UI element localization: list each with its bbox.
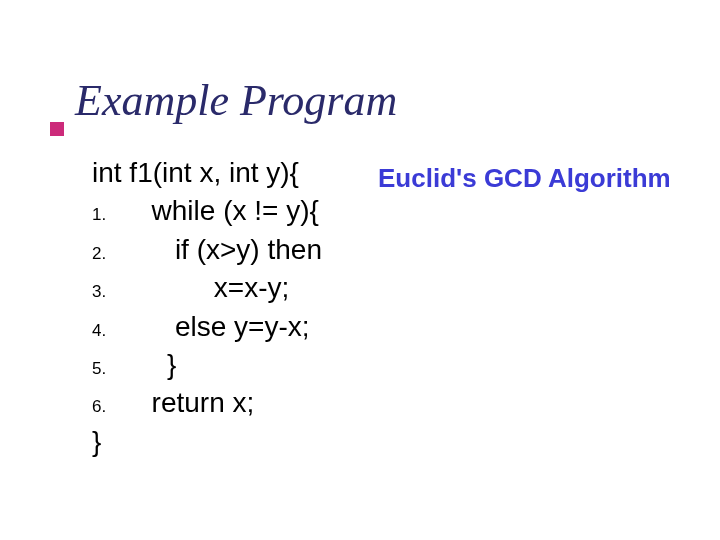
algorithm-annotation: Euclid's GCD Algorithm: [378, 163, 671, 194]
line-number: 4.: [92, 312, 136, 342]
code-text: }: [136, 347, 176, 383]
code-line: 3. x=x-y;: [92, 270, 322, 306]
code-line: 2. if (x>y) then: [92, 232, 322, 268]
code-signature: int f1(int x, int y){: [92, 155, 322, 191]
code-line: 1. while (x != y){: [92, 193, 322, 229]
code-close-brace: }: [92, 424, 322, 460]
code-line: 4. else y=y-x;: [92, 309, 322, 345]
slide-title: Example Program: [75, 75, 397, 126]
code-text: if (x>y) then: [136, 232, 322, 268]
accent-square-icon: [50, 122, 64, 136]
line-number: 3.: [92, 273, 136, 303]
code-line: 6. return x;: [92, 385, 322, 421]
line-number: 5.: [92, 350, 136, 380]
code-text: x=x-y;: [136, 270, 289, 306]
code-line: 5. }: [92, 347, 322, 383]
code-block: int f1(int x, int y){ 1. while (x != y){…: [92, 155, 322, 460]
line-number: 2.: [92, 235, 136, 265]
line-number: 1.: [92, 196, 136, 226]
code-text: return x;: [136, 385, 254, 421]
code-text: while (x != y){: [136, 193, 319, 229]
code-text: else y=y-x;: [136, 309, 310, 345]
line-number: 6.: [92, 388, 136, 418]
slide: Example Program Euclid's GCD Algorithm i…: [0, 0, 720, 540]
